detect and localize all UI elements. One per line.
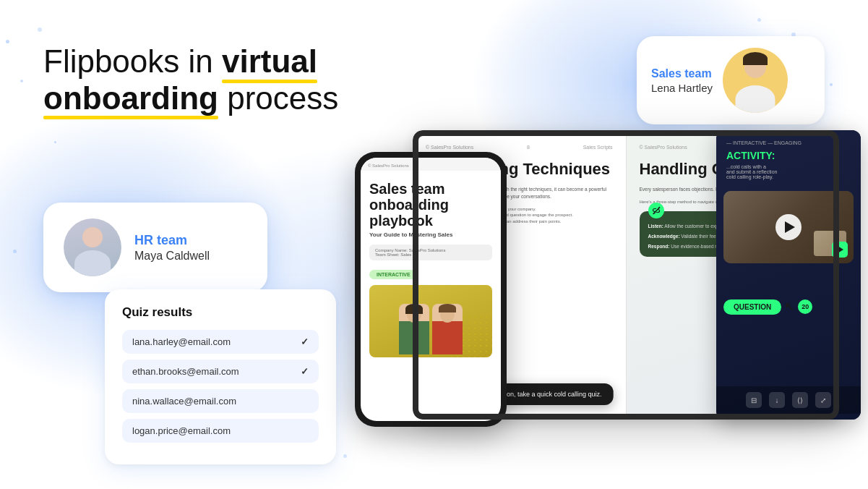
rp-video-area[interactable] <box>723 191 854 263</box>
headline-section: Flipbooks in virtual onboarding process <box>43 43 369 138</box>
right-panel-content: — INTERACTIVE — ENGAGING ACTIVITY: ...co… <box>716 130 861 420</box>
phone-image-area <box>369 285 492 357</box>
headline-suffix: process <box>218 80 338 116</box>
quiz-email-1: ethan.brooks@email.com <box>132 366 239 377</box>
hr-team-card: HR team Maya Caldwell <box>43 203 267 292</box>
quiz-email-row-2: nina.wallace@email.com <box>122 389 319 413</box>
phone-screen-body: Company Name: SalesPro SolutionsTeam She… <box>361 244 501 363</box>
tablet-container: © SalesPro Solutions Sales team onboardi… <box>355 130 861 463</box>
sales-info: Sales team Lena Hartley <box>651 67 713 94</box>
left-page-brand: © SalesPro Solutions <box>426 145 473 150</box>
phone-screen: © SalesPro Solutions Sales team onboardi… <box>361 158 501 421</box>
fullscreen-icon[interactable]: ⤢ <box>815 392 831 408</box>
phone-screen-title: Sales team onboarding playbook Your Guid… <box>361 171 501 244</box>
quiz-check-0: ✓ <box>301 336 309 347</box>
hr-avatar-head <box>82 227 103 247</box>
phone-device: © SalesPro Solutions Sales team onboardi… <box>355 152 507 427</box>
print-icon[interactable]: ⊟ <box>746 392 762 408</box>
download-icon[interactable]: ↓ <box>769 392 785 408</box>
green-play-button[interactable] <box>832 242 848 258</box>
rp-activity-label: ACTIVITY: <box>726 150 851 161</box>
play-button[interactable] <box>775 214 802 240</box>
quiz-email-3: logan.price@email.com <box>132 425 231 436</box>
quiz-email-2: nina.wallace@email.com <box>132 396 236 407</box>
phone-book-title: Sales team onboarding playbook <box>369 181 492 229</box>
quiz-email-row-3: logan.price@email.com <box>122 419 319 443</box>
rp-interactive-label: — INTERACTIVE — ENGAGING <box>726 140 851 145</box>
phone-company-tag: Company Name: SalesPro SolutionsTeam She… <box>369 244 492 260</box>
right-interactive-panel: — INTERACTIVE — ENGAGING ACTIVITY: ...co… <box>716 130 861 420</box>
hr-avatar-body <box>74 250 111 276</box>
headline-virtual: virtual <box>222 43 317 80</box>
sales-avatar <box>723 48 788 113</box>
quiz-results-card: Quiz results lana.harley@email.com ✓ eth… <box>105 289 336 464</box>
book-page-header-left: © SalesPro Solutions 8 Sales Scripts <box>426 145 613 150</box>
hr-name: Maya Caldwell <box>134 250 210 263</box>
phone-screen-header: © SalesPro Solutions <box>361 158 501 171</box>
green-play-icon <box>838 246 843 253</box>
hr-info: HR team Maya Caldwell <box>134 233 210 263</box>
quiz-card-title: Quiz results <box>122 305 319 320</box>
phone-bezel: © SalesPro Solutions Sales team onboardi… <box>355 152 507 427</box>
phone-interactive-badge: INTERACTIVE <box>369 270 418 279</box>
phone-brand: © SalesPro Solutions <box>368 163 409 168</box>
right-page-brand: © SalesPro Solutions <box>640 145 687 150</box>
sales-team-card: Sales team Lena Hartley <box>637 36 825 124</box>
question-area: QUESTION ↖ 20 <box>723 299 812 315</box>
sales-avatar-body <box>736 85 775 113</box>
sales-name: Lena Hartley <box>651 82 713 94</box>
page-title: Flipbooks in virtual onboarding process <box>43 43 369 116</box>
cursor-icon: ↖ <box>784 299 795 315</box>
rp-activity-desc: ...cold calls with aand submit a reflect… <box>726 164 851 179</box>
share-icon[interactable]: ⟨⟩ <box>792 392 808 408</box>
quiz-email-0: lana.harley@email.com <box>132 336 231 347</box>
play-icon <box>785 221 795 233</box>
quiz-check-1: ✓ <box>301 366 309 377</box>
hr-avatar <box>64 218 121 276</box>
question-badge: 20 <box>798 299 812 314</box>
quiz-email-row-0: lana.harley@email.com ✓ <box>122 330 319 354</box>
question-label: QUESTION <box>734 303 771 311</box>
left-page-section: Sales Scripts <box>583 145 613 150</box>
headline-prefix: Flipbooks in <box>43 43 222 79</box>
rp-toolbar: ⊟ ↓ ⟨⟩ ⤢ <box>716 386 861 414</box>
quiz-email-row-1: ethan.brooks@email.com ✓ <box>122 360 319 383</box>
hr-team-label: HR team <box>134 233 210 248</box>
sales-avatar-hair <box>743 52 768 65</box>
link-icon <box>648 203 664 218</box>
left-page-num: 8 <box>527 145 530 150</box>
sales-team-label: Sales team <box>651 67 713 80</box>
headline-onboarding: onboarding <box>43 80 218 117</box>
phone-subtitle: Your Guide to Mastering Sales <box>369 231 492 239</box>
question-button[interactable]: QUESTION <box>723 299 781 315</box>
right-panel-top: — INTERACTIVE — ENGAGING ACTIVITY: ...co… <box>716 130 861 191</box>
